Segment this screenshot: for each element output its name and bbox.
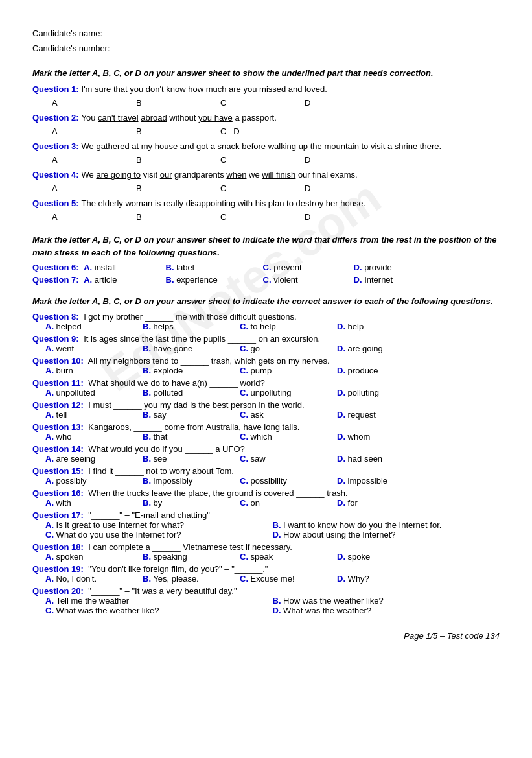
q7-optD: D. Internet bbox=[354, 275, 393, 285]
q19-optA: A. No, I don't. bbox=[45, 574, 143, 584]
candidate-name-label: Candidate's name: bbox=[32, 26, 102, 41]
q5-optC: C bbox=[220, 211, 305, 224]
question-14-block: Question 14: What would you do if you __… bbox=[32, 444, 500, 464]
candidate-number-dots bbox=[113, 51, 500, 51]
q10-opts: A. burn B. explode C. pump D. produce bbox=[45, 366, 500, 375]
q3-optD: D bbox=[305, 154, 389, 167]
q1-optD: D bbox=[305, 97, 389, 110]
q4-text: We are going to visit our grandparents w… bbox=[82, 169, 500, 182]
q20-optB: B. How was the weather like? bbox=[273, 596, 500, 606]
q3-label: Question 3: bbox=[32, 141, 79, 151]
q18-optD: D. spoke bbox=[337, 552, 370, 562]
q2-optA: A bbox=[52, 125, 136, 138]
q15-optB: B. impossibly bbox=[143, 476, 240, 486]
q9-optA: A. went bbox=[45, 344, 143, 353]
section3-instruction: Mark the letter A, B, C, or D on your an… bbox=[32, 295, 500, 308]
q1-label: Question 1: bbox=[32, 84, 79, 94]
q5-optD: D bbox=[305, 211, 389, 224]
q9-optD: D. are going bbox=[337, 344, 383, 353]
q6-optD: D. provide bbox=[354, 263, 392, 272]
q1-text: I'm sure that you don't know how much ar… bbox=[82, 83, 500, 96]
q20-optA: A. Tell me the weather bbox=[45, 596, 273, 606]
q3-text: We gathered at my house and got a snack … bbox=[82, 140, 500, 153]
section3: Mark the letter A, B, C, or D on your an… bbox=[32, 295, 500, 615]
q2-optB: B bbox=[136, 125, 220, 138]
q13-opts: A. who B. that C. which D. whom bbox=[45, 432, 500, 442]
question-5-line: Question 5: The elderly woman is really … bbox=[32, 197, 500, 210]
question-17-block: Question 17: "______" – "E-mail and chat… bbox=[32, 510, 500, 539]
question-10-block: Question 10: All my neighbors tend to __… bbox=[32, 356, 500, 375]
q9-opts: A. went B. have gone C. go D. are going bbox=[45, 344, 500, 353]
q12-optD: D. request bbox=[337, 410, 376, 420]
question-4-line: Question 4: We are going to visit our gr… bbox=[32, 169, 500, 182]
question-9-block: Question 9: It is ages since the last ti… bbox=[32, 334, 500, 353]
q16-text: When the trucks leave the place, the gro… bbox=[86, 488, 348, 498]
q11-line: Question 11: What should we do to have a… bbox=[32, 378, 500, 388]
q16-optA: A. with bbox=[45, 498, 143, 508]
q8-optD: D. help bbox=[337, 322, 364, 331]
q11-optA: A. unpolluted bbox=[45, 388, 143, 397]
q9-line: Question 9: It is ages since the last ti… bbox=[32, 334, 500, 344]
q18-optB: B. speaking bbox=[143, 552, 240, 562]
q18-opts: A. spoken B. speaking C. speak D. spoke bbox=[45, 552, 500, 562]
q10-optC: C. pump bbox=[240, 366, 337, 375]
q7-optB: B. experience bbox=[166, 275, 263, 285]
q17-label: Question 17: bbox=[32, 510, 84, 520]
section1-instruction: Mark the letter A, B, C, or D on your an… bbox=[32, 67, 500, 80]
q10-optA: A. burn bbox=[45, 366, 143, 375]
q6-optB: B. label bbox=[166, 263, 263, 272]
q1-optB: B bbox=[136, 97, 220, 110]
question-1-line: Question 1: I'm sure that you don't know… bbox=[32, 83, 500, 96]
q4-label: Question 4: bbox=[32, 170, 79, 180]
q20-label: Question 20: bbox=[32, 586, 84, 596]
question-15-block: Question 15: I find it ______ not to wor… bbox=[32, 466, 500, 486]
q16-optC: C. on bbox=[240, 498, 337, 508]
section2: Mark the letter A, B, C, or D on your an… bbox=[32, 233, 500, 285]
q12-text: I must ______ you my dad is the best per… bbox=[86, 400, 305, 410]
q15-optD: D. impossible bbox=[337, 476, 387, 486]
q6-optA: A. install bbox=[82, 263, 166, 272]
question-12-block: Question 12: I must ______ you my dad is… bbox=[32, 400, 500, 420]
q9-label: Question 9: bbox=[32, 334, 79, 344]
q13-optA: A. who bbox=[45, 432, 143, 442]
q13-text: Kangaroos, ______ come from Australia, h… bbox=[86, 422, 300, 432]
footer-text: Page 1/5 – Test code 134 bbox=[404, 631, 500, 641]
question-2-line: Question 2: You can't travel abroad with… bbox=[32, 112, 500, 124]
question-4-block: Question 4: We are going to visit our gr… bbox=[32, 169, 500, 195]
q18-text: I can complete a ______ Vietnamese test … bbox=[86, 542, 292, 552]
question-3-line: Question 3: We gathered at my house and … bbox=[32, 140, 500, 153]
q15-line: Question 15: I find it ______ not to wor… bbox=[32, 466, 500, 476]
q13-label: Question 13: bbox=[32, 422, 84, 432]
q12-optA: A. tell bbox=[45, 410, 143, 420]
question-11-block: Question 11: What should we do to have a… bbox=[32, 378, 500, 397]
q5-optA: A bbox=[52, 211, 136, 224]
q7-optC: C. violent bbox=[263, 275, 354, 285]
q4-optD: D bbox=[305, 182, 389, 195]
q10-text: All my neighbors tend to ______ trash, w… bbox=[86, 356, 330, 366]
q6-label: Question 6: bbox=[32, 263, 79, 272]
question-13-block: Question 13: Kangaroos, ______ come from… bbox=[32, 422, 500, 442]
question-6-block: Question 6: A. install B. label C. preve… bbox=[32, 263, 500, 272]
question-1-block: Question 1: I'm sure that you don't know… bbox=[32, 83, 500, 109]
q20-text: "______" – "It was a very beautiful day.… bbox=[86, 586, 237, 596]
q7-optA: A. article bbox=[82, 275, 166, 285]
q12-optB: B. say bbox=[143, 410, 240, 420]
q1-optA: A bbox=[52, 97, 136, 110]
q11-text: What should we do to have a(n) ______ wo… bbox=[86, 378, 265, 388]
question-8-block: Question 8: I got my brother ______ me w… bbox=[32, 312, 500, 331]
q17-optB: B. I want to know how do you the Interne… bbox=[273, 520, 500, 530]
q14-optA: A. are seeing bbox=[45, 454, 143, 464]
q8-label: Question 8: bbox=[32, 312, 79, 322]
q19-line: Question 19: "You don't like foreign fil… bbox=[32, 564, 500, 574]
q16-label: Question 16: bbox=[32, 488, 84, 498]
q16-optD: D. for bbox=[337, 498, 358, 508]
q18-label: Question 18: bbox=[32, 542, 84, 552]
q5-answers: A B C D bbox=[52, 211, 500, 224]
q12-opts: A. tell B. say C. ask D. request bbox=[45, 410, 500, 420]
q9-text: It is ages since the last time the pupil… bbox=[82, 334, 321, 344]
q12-line: Question 12: I must ______ you my dad is… bbox=[32, 400, 500, 410]
q8-opts: A. helped B. helps C. to help D. help bbox=[45, 322, 500, 331]
q5-optB: B bbox=[136, 211, 220, 224]
question-3-block: Question 3: We gathered at my house and … bbox=[32, 140, 500, 166]
q10-line: Question 10: All my neighbors tend to __… bbox=[32, 356, 500, 366]
